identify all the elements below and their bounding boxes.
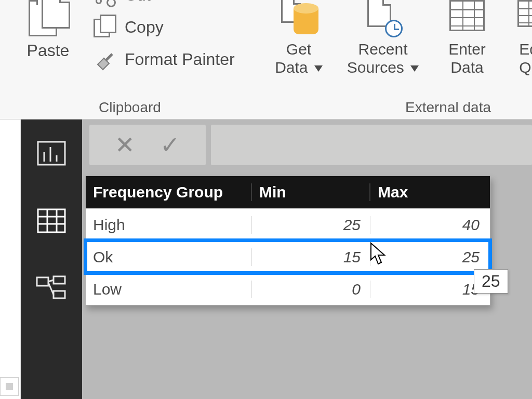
get-data-label-2: Data: [275, 59, 308, 76]
data-view-tab[interactable]: [21, 187, 82, 255]
corner-widget: [0, 377, 19, 396]
report-view-tab[interactable]: [21, 119, 82, 187]
cursor-icon: [369, 242, 390, 267]
commit-edit-button[interactable]: ✓: [160, 131, 180, 159]
table-row[interactable]: Ok 15 25: [86, 241, 490, 273]
external-data-group-label: External data: [405, 99, 491, 116]
cell-max[interactable]: 15: [370, 281, 489, 298]
cut-button[interactable]: Cut: [94, 0, 235, 5]
cancel-edit-button[interactable]: ✕: [115, 131, 135, 159]
format-painter-button[interactable]: Format Painter: [94, 49, 235, 70]
paste-label: Paste: [27, 41, 70, 60]
enter-data-label-1: Enter: [448, 41, 486, 58]
table-row[interactable]: High 25 40: [86, 208, 490, 241]
svg-rect-11: [54, 291, 65, 298]
table-row[interactable]: Low 0 15: [86, 273, 490, 305]
edit-queries-label-1: Ed: [519, 41, 532, 58]
svg-rect-0: [38, 142, 65, 165]
col-header-group[interactable]: Frequency Group: [86, 183, 252, 201]
edit-queries-label-2: Queri: [519, 59, 532, 76]
cut-label: Cut: [125, 0, 151, 5]
table-header-row: Frequency Group Min Max: [86, 176, 490, 208]
ribbon: Paste Cut Copy Format Painter Clipboard …: [0, 0, 532, 119]
cell-max[interactable]: 40: [370, 216, 489, 234]
cell-group[interactable]: Ok: [86, 248, 252, 266]
formula-input[interactable]: [211, 125, 532, 165]
cell-group[interactable]: Low: [86, 281, 252, 298]
chevron-down-icon: [314, 65, 323, 72]
cell-tooltip: 25: [474, 269, 508, 294]
get-data-button[interactable]: Get Data: [262, 0, 335, 76]
svg-rect-4: [38, 209, 65, 232]
work-area: ✕ ✓ Frequency Group Min Max High 25 40 O…: [82, 119, 532, 399]
scissors-icon: [94, 0, 118, 5]
svg-rect-9: [37, 277, 48, 286]
paste-icon: [23, 0, 73, 39]
format-painter-label: Format Painter: [125, 50, 235, 69]
chevron-down-icon: [410, 65, 419, 72]
view-switcher: [21, 119, 82, 399]
enter-data-button[interactable]: Enter Data: [431, 0, 503, 76]
recent-label-1: Recent: [358, 41, 407, 58]
recent-sources-button[interactable]: Recent Sources: [347, 0, 419, 76]
copy-icon: [94, 17, 118, 37]
copy-button[interactable]: Copy: [94, 17, 235, 37]
cell-min[interactable]: 25: [252, 216, 370, 234]
database-icon: [278, 0, 320, 38]
enter-data-label-2: Data: [450, 59, 483, 76]
edit-table-icon: [517, 0, 532, 38]
recent-icon: [362, 0, 404, 38]
col-header-min[interactable]: Min: [252, 183, 370, 201]
cell-min[interactable]: 15: [252, 248, 370, 266]
svg-rect-10: [54, 276, 65, 284]
model-view-tab[interactable]: [21, 255, 82, 322]
table-icon: [446, 0, 488, 38]
brush-icon: [94, 49, 118, 70]
copy-label: Copy: [125, 18, 164, 37]
col-header-max[interactable]: Max: [370, 183, 489, 201]
data-table: Frequency Group Min Max High 25 40 Ok 15…: [85, 176, 490, 305]
paste-button[interactable]: Paste: [23, 0, 73, 60]
cell-min[interactable]: 0: [252, 281, 370, 298]
formula-bar: ✕ ✓: [82, 119, 532, 170]
cell-group[interactable]: High: [86, 216, 252, 234]
recent-label-2: Sources: [347, 59, 404, 76]
edit-queries-button[interactable]: Ed Queri: [515, 0, 532, 76]
get-data-label-1: Get: [286, 41, 311, 58]
clipboard-group-label: Clipboard: [99, 99, 161, 116]
